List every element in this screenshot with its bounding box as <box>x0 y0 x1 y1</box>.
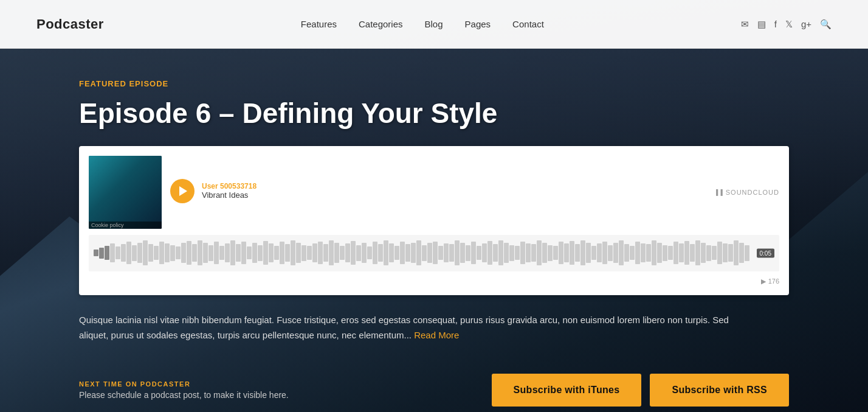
waveform-bar <box>280 242 284 264</box>
next-time-desc: Please schedule a podcast post, to make … <box>79 390 289 400</box>
waveform-bar <box>230 240 235 266</box>
rss-icon[interactable]: ▤ <box>757 19 766 30</box>
waveform-bar <box>323 244 328 262</box>
waveform-bar <box>537 240 542 266</box>
waveform-bar <box>208 245 213 261</box>
waveform-bar <box>580 240 585 266</box>
nav-categories[interactable]: Categories <box>359 19 403 29</box>
soundcloud-user[interactable]: User 500533718 <box>202 182 257 190</box>
waveform-bar <box>236 244 241 262</box>
waveform-bar <box>291 240 295 266</box>
waveform-bar <box>126 242 131 264</box>
waveform-bar <box>684 241 689 265</box>
google-plus-icon[interactable]: g+ <box>801 19 811 29</box>
waveform-bar <box>198 240 202 266</box>
waveform[interactable]: 0:05 <box>89 235 779 271</box>
waveform-bar <box>449 244 454 262</box>
play-button[interactable] <box>170 179 195 203</box>
waveform-bar <box>591 246 596 260</box>
time-badge: 0:05 <box>757 248 774 257</box>
waveform-bar <box>515 246 520 260</box>
soundcloud-logo-text: SOUNDCLOUD <box>726 189 779 196</box>
waveform-bar <box>695 240 700 266</box>
waveform-bar <box>723 243 728 262</box>
nav-contact[interactable]: Contact <box>512 19 544 29</box>
soundcloud-bottom: ▶ 176 <box>89 278 779 285</box>
waveform-bar <box>99 248 104 259</box>
footer-bar: NEXT TIME ON PODCASTER Please schedule a… <box>0 355 868 412</box>
waveform-bar <box>367 246 372 259</box>
waveform-bar <box>641 243 646 262</box>
waveform-bar <box>526 243 531 262</box>
waveform-bar <box>165 243 170 262</box>
waveform-bar <box>214 242 219 264</box>
featured-label: Featured Episode <box>79 79 789 88</box>
waveform-bar <box>362 243 367 264</box>
waveform-bar <box>438 246 443 260</box>
play-icon: ▶ <box>761 278 766 285</box>
search-icon[interactable]: 🔍 <box>820 19 832 30</box>
waveform-bar <box>564 243 569 262</box>
waveform-bar <box>192 244 197 262</box>
waveform-bar <box>143 240 148 266</box>
brand-logo[interactable]: Podcaster <box>36 16 104 32</box>
waveform-bar <box>121 244 126 262</box>
nav-links: Features Categories Blog Pages Contact <box>301 19 544 30</box>
subscribe-itunes-button[interactable]: Subscribe with iTunes <box>492 374 642 407</box>
waveform-bar <box>646 244 651 262</box>
twitter-icon[interactable]: 𝕏 <box>785 19 793 30</box>
waveform-bar <box>148 244 153 262</box>
waveform-bar <box>635 242 640 264</box>
waveform-bar <box>115 246 120 259</box>
waveform-bar <box>241 242 246 264</box>
facebook-icon[interactable]: f <box>774 19 777 29</box>
soundcloud-embed: Cookie policy User 500533718 Vibrant Ide… <box>79 146 789 295</box>
nav-pages[interactable]: Pages <box>465 19 491 29</box>
episode-description: Quisque lacinia nisl vitae nibh bibendum… <box>79 312 748 343</box>
waveform-bar <box>247 246 252 259</box>
track-info: User 500533718 Vibrant Ideas <box>202 182 257 200</box>
waveform-bar <box>466 245 470 261</box>
waveform-bar <box>728 244 733 262</box>
waveform-bar <box>318 242 323 264</box>
next-time-label: NEXT TIME ON PODCASTER <box>79 380 289 388</box>
waveform-bar <box>734 240 739 266</box>
waveform-bar <box>657 243 662 264</box>
waveform-bar <box>334 243 339 264</box>
navbar: Podcaster Features Categories Blog Pages… <box>0 0 868 49</box>
waveform-bar <box>712 246 717 260</box>
waveform-bar <box>717 242 722 264</box>
waveform-bar <box>389 243 394 262</box>
waveform-container[interactable]: 0:05 <box>89 235 779 271</box>
waveform-bar <box>132 245 137 261</box>
waveform-bar <box>444 243 449 262</box>
waveform-bar <box>405 244 410 262</box>
nav-blog[interactable]: Blog <box>425 19 443 29</box>
waveform-bar <box>400 242 405 264</box>
waveform-bar <box>345 243 350 262</box>
nav-features[interactable]: Features <box>301 19 337 29</box>
waveform-bar <box>433 242 438 264</box>
waveform-bar <box>471 242 476 264</box>
waveform-bar <box>663 245 667 261</box>
waveform-bar <box>520 242 525 264</box>
waveform-bar <box>668 246 673 260</box>
waveform-bar <box>296 243 301 264</box>
read-more-link[interactable]: Read More <box>414 330 459 340</box>
waveform-bar <box>384 240 388 266</box>
waveform-bar <box>553 246 558 260</box>
waveform-bar <box>274 246 279 260</box>
waveform-bar <box>624 244 629 262</box>
waveform-bar <box>509 245 514 261</box>
waveform-bar <box>394 246 399 260</box>
email-icon[interactable]: ✉ <box>741 19 749 30</box>
subscribe-rss-button[interactable]: Subscribe with RSS <box>650 374 789 407</box>
waveform-bar <box>575 244 580 262</box>
cookie-policy-label[interactable]: Cookie policy <box>91 222 124 228</box>
waveform-bar <box>285 244 290 262</box>
waveform-bar <box>416 240 421 266</box>
waveform-bar <box>225 243 230 262</box>
waveform-bar <box>105 246 109 260</box>
waveform-bar <box>154 246 159 260</box>
waveform-bar <box>504 243 509 264</box>
